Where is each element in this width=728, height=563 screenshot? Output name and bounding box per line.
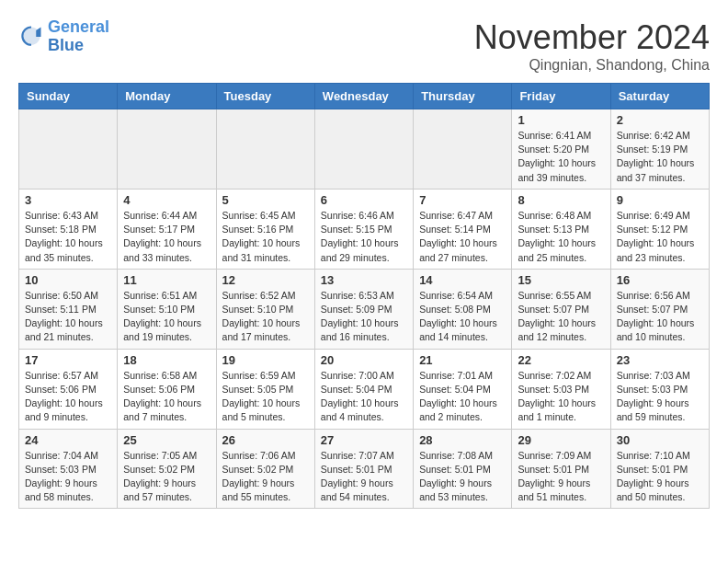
- day-info: Sunrise: 6:49 AM Sunset: 5:12 PM Dayligh…: [617, 209, 703, 265]
- day-info: Sunrise: 7:05 AM Sunset: 5:02 PM Dayligh…: [123, 449, 210, 505]
- calendar-cell: [314, 109, 413, 190]
- calendar-cell: 30Sunrise: 7:10 AM Sunset: 5:01 PM Dayli…: [610, 429, 709, 509]
- day-number: 1: [518, 113, 604, 127]
- day-number: 26: [222, 433, 309, 447]
- calendar-cell: 22Sunrise: 7:02 AM Sunset: 5:03 PM Dayli…: [512, 349, 610, 429]
- calendar-week-2: 10Sunrise: 6:50 AM Sunset: 5:11 PM Dayli…: [19, 269, 710, 349]
- calendar-cell: 29Sunrise: 7:09 AM Sunset: 5:01 PM Dayli…: [512, 429, 610, 509]
- calendar-cell: [19, 109, 118, 190]
- day-info: Sunrise: 6:47 AM Sunset: 5:14 PM Dayligh…: [419, 209, 506, 265]
- day-number: 7: [419, 193, 506, 207]
- calendar-header-sunday: Sunday: [19, 84, 118, 109]
- logo-icon: [18, 24, 44, 50]
- day-number: 8: [518, 193, 604, 207]
- calendar-cell: 2Sunrise: 6:42 AM Sunset: 5:19 PM Daylig…: [610, 109, 709, 190]
- day-number: 22: [518, 353, 604, 367]
- calendar-header-row: SundayMondayTuesdayWednesdayThursdayFrid…: [19, 84, 710, 109]
- day-number: 15: [518, 273, 604, 287]
- calendar-cell: 16Sunrise: 6:56 AM Sunset: 5:07 PM Dayli…: [610, 269, 709, 349]
- calendar-header-monday: Monday: [118, 84, 216, 109]
- day-info: Sunrise: 7:01 AM Sunset: 5:04 PM Dayligh…: [419, 369, 506, 425]
- calendar-cell: 10Sunrise: 6:50 AM Sunset: 5:11 PM Dayli…: [19, 269, 118, 349]
- calendar-cell: 23Sunrise: 7:03 AM Sunset: 5:03 PM Dayli…: [610, 349, 709, 429]
- calendar-cell: 7Sunrise: 6:47 AM Sunset: 5:14 PM Daylig…: [414, 189, 512, 269]
- day-info: Sunrise: 6:43 AM Sunset: 5:18 PM Dayligh…: [25, 209, 111, 265]
- day-number: 25: [123, 433, 210, 447]
- day-info: Sunrise: 7:07 AM Sunset: 5:01 PM Dayligh…: [321, 449, 407, 505]
- calendar-week-3: 17Sunrise: 6:57 AM Sunset: 5:06 PM Dayli…: [19, 349, 710, 429]
- day-info: Sunrise: 6:46 AM Sunset: 5:15 PM Dayligh…: [321, 209, 407, 265]
- day-number: 23: [617, 353, 703, 367]
- day-info: Sunrise: 7:02 AM Sunset: 5:03 PM Dayligh…: [518, 369, 604, 425]
- day-number: 12: [222, 273, 309, 287]
- calendar: SundayMondayTuesdayWednesdayThursdayFrid…: [18, 83, 710, 509]
- day-info: Sunrise: 6:48 AM Sunset: 5:13 PM Dayligh…: [518, 209, 604, 265]
- calendar-cell: 1Sunrise: 6:41 AM Sunset: 5:20 PM Daylig…: [512, 109, 610, 190]
- calendar-cell: 20Sunrise: 7:00 AM Sunset: 5:04 PM Dayli…: [314, 349, 413, 429]
- day-number: 2: [617, 113, 703, 127]
- logo-line2: Blue: [48, 36, 84, 54]
- day-number: 10: [25, 273, 111, 287]
- page-header: General Blue November 2024 Qingnian, Sha…: [18, 18, 710, 74]
- calendar-cell: 13Sunrise: 6:53 AM Sunset: 5:09 PM Dayli…: [314, 269, 413, 349]
- logo-text: General Blue: [48, 18, 109, 55]
- calendar-header-friday: Friday: [512, 84, 610, 109]
- day-info: Sunrise: 6:42 AM Sunset: 5:19 PM Dayligh…: [617, 129, 703, 185]
- day-number: 24: [25, 433, 111, 447]
- day-number: 16: [617, 273, 703, 287]
- day-info: Sunrise: 7:06 AM Sunset: 5:02 PM Dayligh…: [222, 449, 309, 505]
- calendar-cell: 18Sunrise: 6:58 AM Sunset: 5:06 PM Dayli…: [118, 349, 216, 429]
- calendar-cell: 25Sunrise: 7:05 AM Sunset: 5:02 PM Dayli…: [118, 429, 216, 509]
- day-number: 27: [321, 433, 407, 447]
- day-info: Sunrise: 6:53 AM Sunset: 5:09 PM Dayligh…: [321, 289, 407, 345]
- day-info: Sunrise: 7:03 AM Sunset: 5:03 PM Dayligh…: [617, 369, 703, 425]
- day-info: Sunrise: 6:59 AM Sunset: 5:05 PM Dayligh…: [222, 369, 309, 425]
- calendar-cell: 19Sunrise: 6:59 AM Sunset: 5:05 PM Dayli…: [216, 349, 314, 429]
- day-info: Sunrise: 7:04 AM Sunset: 5:03 PM Dayligh…: [25, 449, 111, 505]
- calendar-cell: 6Sunrise: 6:46 AM Sunset: 5:15 PM Daylig…: [314, 189, 413, 269]
- calendar-cell: 11Sunrise: 6:51 AM Sunset: 5:10 PM Dayli…: [118, 269, 216, 349]
- day-info: Sunrise: 6:50 AM Sunset: 5:11 PM Dayligh…: [25, 289, 111, 345]
- day-number: 3: [25, 193, 111, 207]
- day-number: 20: [321, 353, 407, 367]
- calendar-cell: 28Sunrise: 7:08 AM Sunset: 5:01 PM Dayli…: [414, 429, 512, 509]
- day-info: Sunrise: 6:55 AM Sunset: 5:07 PM Dayligh…: [518, 289, 604, 345]
- day-number: 19: [222, 353, 309, 367]
- day-info: Sunrise: 6:56 AM Sunset: 5:07 PM Dayligh…: [617, 289, 703, 345]
- calendar-cell: 8Sunrise: 6:48 AM Sunset: 5:13 PM Daylig…: [512, 189, 610, 269]
- calendar-cell: [118, 109, 216, 190]
- subtitle: Qingnian, Shandong, China: [474, 57, 710, 74]
- calendar-week-1: 3Sunrise: 6:43 AM Sunset: 5:18 PM Daylig…: [19, 189, 710, 269]
- calendar-header-wednesday: Wednesday: [314, 84, 413, 109]
- day-info: Sunrise: 6:57 AM Sunset: 5:06 PM Dayligh…: [25, 369, 111, 425]
- day-info: Sunrise: 6:52 AM Sunset: 5:10 PM Dayligh…: [222, 289, 309, 345]
- calendar-header-saturday: Saturday: [610, 84, 709, 109]
- day-number: 6: [321, 193, 407, 207]
- day-info: Sunrise: 6:54 AM Sunset: 5:08 PM Dayligh…: [419, 289, 506, 345]
- calendar-cell: 15Sunrise: 6:55 AM Sunset: 5:07 PM Dayli…: [512, 269, 610, 349]
- logo-line1: General: [48, 17, 109, 36]
- calendar-cell: 3Sunrise: 6:43 AM Sunset: 5:18 PM Daylig…: [19, 189, 118, 269]
- day-number: 11: [123, 273, 210, 287]
- day-info: Sunrise: 7:09 AM Sunset: 5:01 PM Dayligh…: [518, 449, 604, 505]
- day-info: Sunrise: 6:45 AM Sunset: 5:16 PM Dayligh…: [222, 209, 309, 265]
- calendar-header-tuesday: Tuesday: [216, 84, 314, 109]
- day-info: Sunrise: 6:44 AM Sunset: 5:17 PM Dayligh…: [123, 209, 210, 265]
- calendar-cell: [216, 109, 314, 190]
- calendar-header-thursday: Thursday: [414, 84, 512, 109]
- day-number: 17: [25, 353, 111, 367]
- calendar-week-0: 1Sunrise: 6:41 AM Sunset: 5:20 PM Daylig…: [19, 109, 710, 190]
- calendar-cell: 27Sunrise: 7:07 AM Sunset: 5:01 PM Dayli…: [314, 429, 413, 509]
- day-number: 29: [518, 433, 604, 447]
- day-number: 4: [123, 193, 210, 207]
- day-info: Sunrise: 7:10 AM Sunset: 5:01 PM Dayligh…: [617, 449, 703, 505]
- day-number: 18: [123, 353, 210, 367]
- calendar-cell: 12Sunrise: 6:52 AM Sunset: 5:10 PM Dayli…: [216, 269, 314, 349]
- calendar-cell: [414, 109, 512, 190]
- calendar-cell: 17Sunrise: 6:57 AM Sunset: 5:06 PM Dayli…: [19, 349, 118, 429]
- day-info: Sunrise: 6:41 AM Sunset: 5:20 PM Dayligh…: [518, 129, 604, 185]
- calendar-cell: 24Sunrise: 7:04 AM Sunset: 5:03 PM Dayli…: [19, 429, 118, 509]
- day-number: 28: [419, 433, 506, 447]
- day-info: Sunrise: 7:08 AM Sunset: 5:01 PM Dayligh…: [419, 449, 506, 505]
- day-number: 14: [419, 273, 506, 287]
